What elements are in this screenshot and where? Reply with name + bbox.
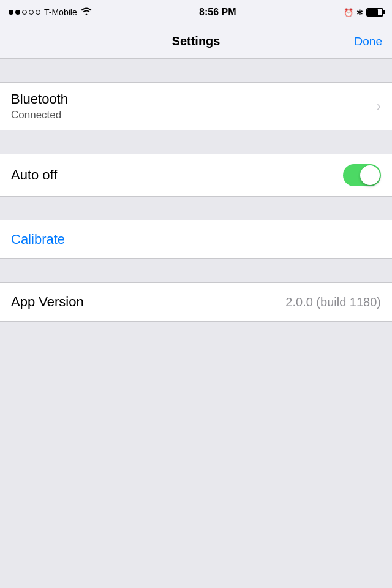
auto-off-toggle[interactable]	[343, 164, 381, 186]
bluetooth-status-icon: ✱	[356, 8, 363, 17]
signal-dot-2	[15, 10, 20, 15]
signal-dots	[9, 10, 40, 15]
settings-content: Bluetooth Connected › Auto off Calibrate…	[0, 59, 392, 322]
status-left: T-Mobile	[9, 7, 92, 18]
wifi-icon	[81, 7, 92, 18]
section-gap-3	[0, 197, 392, 220]
auto-off-label: Auto off	[11, 167, 57, 183]
auto-off-cell: Auto off	[0, 154, 392, 197]
bluetooth-title: Bluetooth	[11, 91, 68, 107]
nav-title: Settings	[172, 34, 221, 48]
bluetooth-subtitle: Connected	[11, 109, 68, 121]
section-gap-4	[0, 259, 392, 282]
signal-dot-3	[22, 10, 27, 15]
battery-fill	[368, 9, 378, 15]
section-gap-1	[0, 59, 392, 82]
calibrate-cell[interactable]: Calibrate	[0, 220, 392, 259]
status-right: ⏰ ✱	[344, 8, 383, 17]
alarm-icon: ⏰	[344, 8, 353, 17]
app-version-value: 2.0.0 (build 1180)	[285, 295, 381, 309]
bluetooth-chevron: ›	[377, 99, 381, 115]
nav-bar: Settings Done	[0, 24, 392, 59]
bluetooth-cell-left: Bluetooth Connected	[11, 91, 68, 121]
battery-icon	[366, 8, 383, 17]
done-button[interactable]: Done	[355, 35, 382, 48]
signal-dot-5	[36, 10, 40, 15]
section-gap-2	[0, 130, 392, 154]
calibrate-label: Calibrate	[11, 232, 65, 247]
app-version-cell: App Version 2.0.0 (build 1180)	[0, 282, 392, 322]
toggle-knob	[360, 165, 380, 185]
carrier-label: T-Mobile	[44, 7, 77, 17]
app-version-label: App Version	[11, 294, 84, 310]
bluetooth-cell[interactable]: Bluetooth Connected ›	[0, 82, 392, 130]
signal-dot-4	[29, 10, 34, 15]
signal-dot-1	[9, 10, 13, 15]
status-bar: T-Mobile 8:56 PM ⏰ ✱	[0, 0, 392, 24]
status-time: 8:56 PM	[199, 7, 236, 18]
